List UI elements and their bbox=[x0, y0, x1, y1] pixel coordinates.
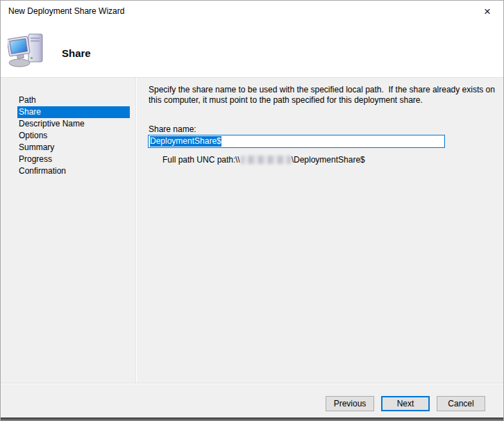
sidebar-item-descriptive-name[interactable]: Descriptive Name bbox=[17, 118, 130, 130]
share-name-value-selected: DeploymentShare$ bbox=[150, 136, 221, 147]
page-title: Share bbox=[62, 47, 91, 59]
unc-path-suffix: \DeploymentShare$ bbox=[292, 155, 365, 165]
wizard-window: New Deployment Share Wizard × bbox=[0, 0, 504, 421]
sidebar-item-summary[interactable]: Summary bbox=[17, 142, 130, 154]
cancel-button[interactable]: Cancel bbox=[437, 396, 485, 411]
previous-button[interactable]: Previous bbox=[326, 396, 374, 411]
sidebar-divider bbox=[135, 78, 137, 383]
computer-icon bbox=[8, 33, 48, 67]
sidebar-item-share[interactable]: Share bbox=[17, 106, 130, 118]
unc-path-value: \\ \DeploymentShare$ bbox=[235, 155, 365, 165]
unc-path-prefix: \\ bbox=[235, 155, 240, 165]
sidebar-item-options[interactable]: Options bbox=[17, 130, 130, 142]
close-button[interactable]: × bbox=[471, 1, 503, 22]
unc-path-label: Full path UNC path: bbox=[162, 155, 235, 165]
instruction-text: Specify the share name to be used with t… bbox=[149, 85, 496, 106]
next-button[interactable]: Next bbox=[381, 396, 430, 411]
title-bar: New Deployment Share Wizard × bbox=[1, 1, 503, 22]
window-title: New Deployment Share Wizard bbox=[8, 1, 124, 22]
wizard-steps: Path Share Descriptive Name Options Summ… bbox=[17, 94, 130, 177]
window-bottom-edge bbox=[1, 418, 503, 421]
wizard-footer: Previous Next Cancel bbox=[1, 383, 503, 418]
wizard-header: Share bbox=[1, 22, 503, 78]
sidebar-item-confirmation[interactable]: Confirmation bbox=[17, 165, 130, 177]
redacted-server-name bbox=[241, 156, 291, 164]
wizard-body: Path Share Descriptive Name Options Summ… bbox=[1, 78, 503, 383]
sidebar-item-path[interactable]: Path bbox=[17, 94, 130, 106]
share-name-input[interactable]: DeploymentShare$ bbox=[148, 135, 445, 148]
close-icon: × bbox=[484, 6, 491, 17]
sidebar-item-progress[interactable]: Progress bbox=[17, 154, 130, 165]
share-name-label: Share name: bbox=[149, 124, 196, 134]
